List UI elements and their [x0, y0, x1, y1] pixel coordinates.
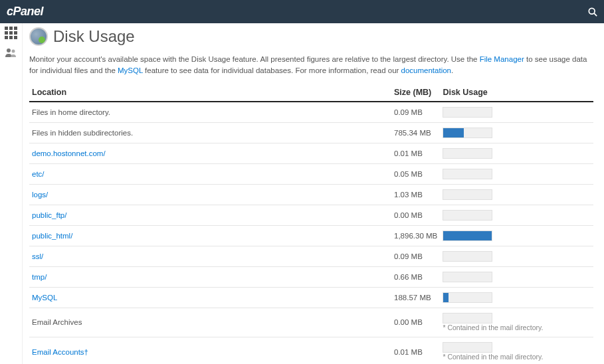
usage-bar: [443, 342, 492, 353]
usage-bar: [443, 272, 492, 282]
users-icon[interactable]: [5, 46, 18, 59]
table-row: MySQL188.57 MB: [29, 287, 593, 308]
location-link[interactable]: tmp/: [32, 273, 47, 281]
search-icon[interactable]: [588, 7, 597, 17]
size-value: 188.57 MB: [391, 287, 440, 308]
usage-bar: [443, 230, 492, 241]
top-bar: cPanel: [0, 0, 604, 23]
location-link[interactable]: MySQL: [32, 294, 57, 302]
location-link[interactable]: ssl/: [32, 252, 43, 260]
table-row: Email Accounts†0.01 MB* Contained in the…: [29, 337, 593, 364]
usage-note: * Contained in the mail directory.: [443, 353, 591, 362]
size-value: 0.00 MB: [391, 308, 440, 337]
col-usage: Disk Usage: [440, 84, 593, 102]
size-value: 0.00 MB: [391, 205, 440, 225]
table-row: public_html/1,896.30 MB: [29, 225, 593, 246]
usage-bar: [443, 107, 492, 118]
table-row: Files in hidden subdirectories.785.34 MB: [29, 122, 593, 143]
table-row: etc/0.05 MB: [29, 163, 593, 184]
usage-bar: [443, 148, 492, 159]
size-value: 0.01 MB: [391, 337, 440, 364]
location-label: Files in home directory.: [29, 102, 391, 123]
location-link[interactable]: public_html/: [32, 232, 72, 240]
svg-line-1: [594, 13, 597, 16]
usage-bar: [443, 210, 492, 221]
col-location: Location: [29, 84, 391, 102]
usage-bar: [443, 251, 492, 262]
svg-point-2: [7, 48, 11, 52]
usage-bar: [443, 292, 492, 303]
main-content: Disk Usage Monitor your account's availa…: [23, 23, 604, 364]
size-value: 0.01 MB: [391, 143, 440, 163]
svg-point-3: [11, 50, 15, 53]
size-value: 785.34 MB: [391, 122, 440, 143]
usage-note: * Contained in the mail directory.: [443, 323, 591, 333]
size-value: 1,896.30 MB: [391, 225, 440, 246]
table-row: logs/1.03 MB: [29, 184, 593, 205]
size-value: 0.66 MB: [391, 266, 440, 287]
sidebar: [0, 23, 23, 364]
usage-bar: [443, 313, 492, 323]
location-label: Email Archives: [29, 308, 391, 337]
table-row: ssl/0.09 MB: [29, 246, 593, 266]
location-link[interactable]: demo.hostonnet.com/: [32, 149, 106, 157]
cpanel-logo: cPanel: [7, 5, 43, 19]
size-value: 1.03 MB: [391, 184, 440, 205]
page-title: Disk Usage: [53, 27, 135, 46]
location-link[interactable]: logs/: [32, 191, 48, 199]
size-value: 0.09 MB: [391, 102, 440, 123]
usage-bar: [443, 128, 492, 138]
usage-bar: [443, 189, 492, 200]
usage-bar: [443, 169, 492, 179]
table-row: demo.hostonnet.com/0.01 MB: [29, 143, 593, 163]
location-label: Files in hidden subdirectories.: [29, 122, 391, 143]
disk-usage-icon: [29, 27, 48, 46]
disk-usage-table: Location Size (MB) Disk Usage Files in h…: [29, 84, 593, 365]
location-link[interactable]: Email Accounts†: [32, 348, 88, 356]
table-row: tmp/0.66 MB: [29, 266, 593, 287]
intro-text: Monitor your account's available space w…: [29, 54, 593, 77]
mysql-link[interactable]: MySQL: [118, 66, 143, 74]
size-value: 0.09 MB: [391, 246, 440, 266]
size-value: 0.05 MB: [391, 163, 440, 184]
col-size: Size (MB): [391, 84, 440, 102]
svg-point-0: [589, 8, 595, 14]
file-manager-link[interactable]: File Manager: [480, 55, 524, 63]
table-row: Email Archives0.00 MB* Contained in the …: [29, 308, 593, 337]
location-link[interactable]: public_ftp/: [32, 211, 66, 219]
documentation-link[interactable]: documentation: [401, 66, 451, 74]
table-row: public_ftp/0.00 MB: [29, 205, 593, 225]
location-link[interactable]: etc/: [32, 170, 45, 178]
apps-grid-icon[interactable]: [5, 26, 18, 39]
table-row: Files in home directory.0.09 MB: [29, 102, 593, 123]
